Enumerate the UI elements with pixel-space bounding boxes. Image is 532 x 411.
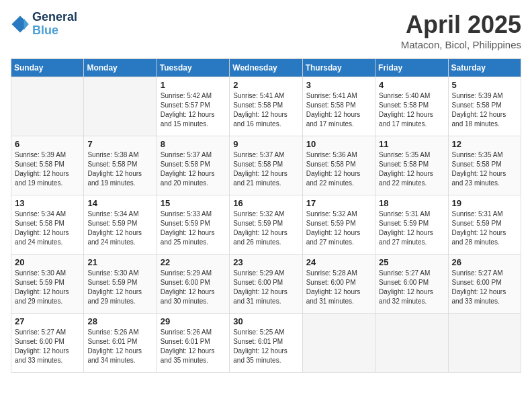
sunrise-text: Sunrise: 5:37 AM — [161, 150, 226, 160]
sunrise-text: Sunrise: 5:30 AM — [15, 269, 80, 278]
day-info: Sunrise: 5:42 AMSunset: 5:57 PMDaylight:… — [161, 91, 226, 129]
calendar-week-row: 20Sunrise: 5:30 AMSunset: 5:59 PMDayligh… — [11, 255, 521, 314]
day-info: Sunrise: 5:41 AMSunset: 5:58 PMDaylight:… — [306, 91, 371, 129]
daylight-text: Daylight: 12 hours and 32 minutes. — [379, 287, 444, 306]
calendar-cell: 28Sunrise: 5:26 AMSunset: 6:01 PMDayligh… — [84, 314, 157, 373]
daylight-text: Daylight: 12 hours and 27 minutes. — [379, 228, 444, 247]
daylight-text: Daylight: 12 hours and 35 minutes. — [233, 347, 298, 365]
weekday-header-cell: Wednesday — [230, 59, 302, 77]
day-number: 17 — [306, 198, 371, 208]
sunrise-text: Sunrise: 5:34 AM — [87, 210, 152, 219]
sunset-text: Sunset: 6:00 PM — [233, 278, 298, 287]
calendar-cell: 9Sunrise: 5:37 AMSunset: 5:58 PMDaylight… — [230, 136, 302, 195]
sunrise-text: Sunrise: 5:39 AM — [15, 150, 80, 160]
sunset-text: Sunset: 6:00 PM — [379, 278, 444, 287]
sunrise-text: Sunrise: 5:37 AM — [233, 150, 298, 160]
day-number: 8 — [161, 139, 226, 149]
calendar-cell: 14Sunrise: 5:34 AMSunset: 5:59 PMDayligh… — [84, 195, 157, 255]
title-area: April 2025 Matacon, Bicol, Philippines — [401, 11, 521, 50]
sunrise-text: Sunrise: 5:27 AM — [15, 328, 80, 337]
sunrise-text: Sunrise: 5:36 AM — [306, 150, 371, 160]
location-title: Matacon, Bicol, Philippines — [401, 39, 521, 50]
calendar-cell: 27Sunrise: 5:27 AMSunset: 6:00 PMDayligh… — [11, 314, 84, 373]
day-number: 14 — [87, 198, 152, 208]
sunset-text: Sunset: 5:58 PM — [306, 101, 371, 110]
day-number: 29 — [161, 316, 226, 326]
sunrise-text: Sunrise: 5:27 AM — [379, 269, 444, 278]
day-number: 19 — [452, 198, 517, 208]
sunset-text: Sunset: 6:00 PM — [306, 278, 371, 287]
logo-icon — [11, 15, 30, 34]
day-number: 2 — [233, 80, 298, 90]
day-info: Sunrise: 5:29 AMSunset: 6:00 PMDaylight:… — [233, 269, 298, 306]
daylight-text: Daylight: 12 hours and 27 minutes. — [306, 228, 371, 247]
calendar-cell: 5Sunrise: 5:39 AMSunset: 5:58 PMDaylight… — [448, 77, 521, 136]
calendar-week-row: 27Sunrise: 5:27 AMSunset: 6:00 PMDayligh… — [11, 314, 521, 373]
sunset-text: Sunset: 5:59 PM — [233, 219, 298, 228]
daylight-text: Daylight: 12 hours and 24 minutes. — [15, 228, 80, 247]
sunrise-text: Sunrise: 5:32 AM — [306, 210, 371, 219]
day-info: Sunrise: 5:39 AMSunset: 5:58 PMDaylight:… — [15, 150, 80, 188]
day-number: 22 — [161, 257, 226, 267]
daylight-text: Daylight: 12 hours and 20 minutes. — [161, 169, 226, 188]
logo: General Blue — [11, 11, 77, 38]
day-info: Sunrise: 5:38 AMSunset: 5:58 PMDaylight:… — [87, 150, 152, 188]
daylight-text: Daylight: 12 hours and 26 minutes. — [233, 228, 298, 247]
day-info: Sunrise: 5:34 AMSunset: 5:58 PMDaylight:… — [15, 210, 80, 247]
logo-text: General Blue — [32, 11, 77, 38]
day-info: Sunrise: 5:37 AMSunset: 5:58 PMDaylight:… — [233, 150, 298, 188]
day-info: Sunrise: 5:27 AMSunset: 6:00 PMDaylight:… — [379, 269, 444, 306]
daylight-text: Daylight: 12 hours and 31 minutes. — [233, 287, 298, 306]
weekday-header-cell: Monday — [84, 59, 157, 77]
sunrise-text: Sunrise: 5:25 AM — [233, 328, 298, 337]
calendar-cell: 6Sunrise: 5:39 AMSunset: 5:58 PMDaylight… — [11, 136, 84, 195]
sunrise-text: Sunrise: 5:29 AM — [161, 269, 226, 278]
daylight-text: Daylight: 12 hours and 24 minutes. — [87, 228, 152, 247]
day-number: 3 — [306, 80, 371, 90]
day-info: Sunrise: 5:25 AMSunset: 6:01 PMDaylight:… — [233, 328, 298, 365]
day-info: Sunrise: 5:31 AMSunset: 5:59 PMDaylight:… — [452, 210, 517, 247]
sunset-text: Sunset: 5:58 PM — [15, 160, 80, 169]
day-number: 18 — [379, 198, 444, 208]
day-number: 12 — [452, 139, 517, 149]
sunset-text: Sunset: 5:59 PM — [87, 278, 152, 287]
day-number: 23 — [233, 257, 298, 267]
sunrise-text: Sunrise: 5:42 AM — [161, 91, 226, 101]
calendar-week-row: 1Sunrise: 5:42 AMSunset: 5:57 PMDaylight… — [11, 77, 521, 136]
sunset-text: Sunset: 5:58 PM — [233, 101, 298, 110]
calendar-cell — [11, 77, 84, 136]
calendar-cell: 12Sunrise: 5:35 AMSunset: 5:58 PMDayligh… — [448, 136, 521, 195]
daylight-text: Daylight: 12 hours and 19 minutes. — [87, 169, 152, 188]
day-number: 20 — [15, 257, 80, 267]
calendar-body: 1Sunrise: 5:42 AMSunset: 5:57 PMDaylight… — [11, 77, 521, 373]
day-number: 30 — [233, 316, 298, 326]
sunset-text: Sunset: 5:58 PM — [306, 160, 371, 169]
daylight-text: Daylight: 12 hours and 21 minutes. — [233, 169, 298, 188]
day-number: 7 — [87, 139, 152, 149]
sunset-text: Sunset: 5:58 PM — [379, 160, 444, 169]
day-info: Sunrise: 5:31 AMSunset: 5:59 PMDaylight:… — [379, 210, 444, 247]
day-number: 4 — [379, 80, 444, 90]
sunrise-text: Sunrise: 5:41 AM — [233, 91, 298, 101]
day-number: 21 — [87, 257, 152, 267]
day-number: 1 — [161, 80, 226, 90]
day-info: Sunrise: 5:36 AMSunset: 5:58 PMDaylight:… — [306, 150, 371, 188]
sunset-text: Sunset: 6:00 PM — [452, 278, 517, 287]
sunrise-text: Sunrise: 5:33 AM — [161, 210, 226, 219]
day-number: 25 — [379, 257, 444, 267]
sunrise-text: Sunrise: 5:32 AM — [233, 210, 298, 219]
weekday-header-cell: Sunday — [11, 59, 84, 77]
calendar-cell: 22Sunrise: 5:29 AMSunset: 6:00 PMDayligh… — [157, 255, 229, 314]
day-info: Sunrise: 5:30 AMSunset: 5:59 PMDaylight:… — [15, 269, 80, 306]
sunrise-text: Sunrise: 5:41 AM — [306, 91, 371, 101]
sunrise-text: Sunrise: 5:26 AM — [87, 328, 152, 337]
sunset-text: Sunset: 5:58 PM — [233, 160, 298, 169]
calendar-cell: 3Sunrise: 5:41 AMSunset: 5:58 PMDaylight… — [302, 77, 375, 136]
sunset-text: Sunset: 5:59 PM — [15, 278, 80, 287]
sunrise-text: Sunrise: 5:30 AM — [87, 269, 152, 278]
weekday-header-cell: Tuesday — [157, 59, 229, 77]
day-number: 5 — [452, 80, 517, 90]
daylight-text: Daylight: 12 hours and 33 minutes. — [452, 287, 517, 306]
sunrise-text: Sunrise: 5:39 AM — [452, 91, 517, 101]
sunset-text: Sunset: 5:59 PM — [379, 219, 444, 228]
